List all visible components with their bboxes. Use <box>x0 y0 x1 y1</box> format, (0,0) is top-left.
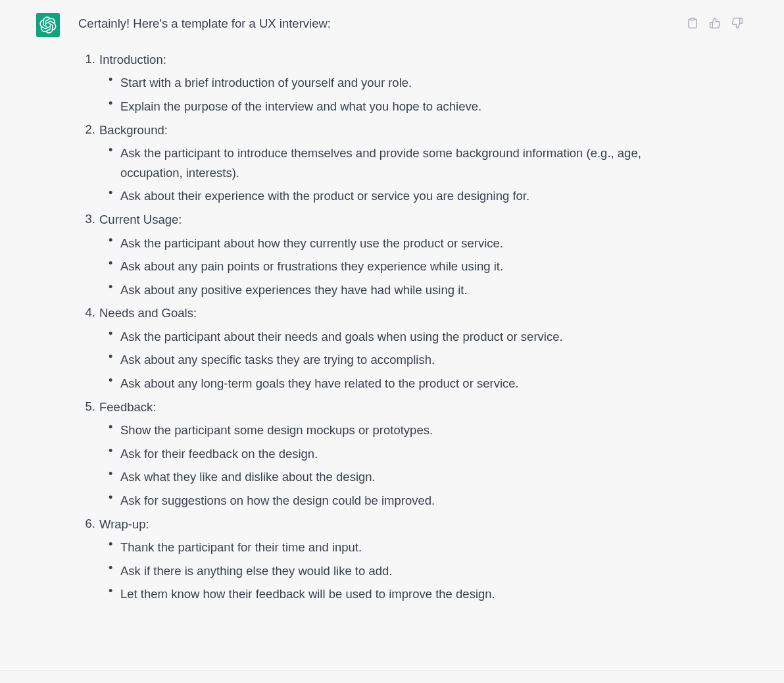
thumbs-up-button[interactable] <box>708 16 722 30</box>
list-item: Ask about any pain points or frustration… <box>99 257 667 276</box>
sub-list: Ask the participant about their needs an… <box>99 327 667 393</box>
list-item: Ask the participant about how they curre… <box>99 234 667 253</box>
list-item: Ask about any positive experiences they … <box>99 280 667 300</box>
list-item: Start with a brief introduction of yours… <box>99 73 667 93</box>
list-item: Ask what they like and dislike about the… <box>99 467 667 487</box>
section-title: Feedback: <box>99 397 667 417</box>
sub-list: Ask the participant to introduce themsel… <box>99 143 667 206</box>
list-item: Ask for suggestions on how the design co… <box>99 491 667 511</box>
template-list: Introduction:Start with a brief introduc… <box>78 50 667 604</box>
thumbs-down-icon <box>731 17 743 29</box>
list-section: Feedback:Show the participant some desig… <box>78 397 667 511</box>
svg-rect-0 <box>691 18 695 20</box>
list-section: Wrap-up:Thank the participant for their … <box>78 515 667 604</box>
list-section: Current Usage:Ask the participant about … <box>78 210 667 299</box>
section-title: Needs and Goals: <box>99 303 667 323</box>
list-section: Needs and Goals:Ask the participant abou… <box>78 303 667 393</box>
clipboard-icon <box>687 17 698 29</box>
list-item: Ask about their experience with the prod… <box>99 186 667 206</box>
list-item: Ask about any long-term goals they have … <box>99 374 667 393</box>
sub-list: Thank the participant for their time and… <box>99 538 667 604</box>
list-item: Ask about any specific tasks they are tr… <box>99 350 667 370</box>
list-item: Explain the purpose of the interview and… <box>99 97 667 116</box>
list-item: Thank the participant for their time and… <box>99 538 667 557</box>
thumbs-down-button[interactable] <box>730 16 745 30</box>
section-title: Introduction: <box>99 50 667 70</box>
message-actions <box>685 13 745 657</box>
message-content: Certainly! Here's a template for a UX in… <box>78 13 667 657</box>
list-section: Background:Ask the participant to introd… <box>78 120 667 206</box>
assistant-avatar <box>36 13 60 37</box>
list-item: Let them know how their feedback will be… <box>99 584 667 604</box>
list-section: Introduction:Start with a brief introduc… <box>78 50 667 116</box>
sub-list: Start with a brief introduction of yours… <box>99 73 667 116</box>
list-item: Show the participant some design mockups… <box>99 420 667 440</box>
sub-list: Ask the participant about how they curre… <box>99 234 667 300</box>
assistant-message: Certainly! Here's a template for a UX in… <box>0 0 784 671</box>
thumbs-up-icon <box>709 17 721 29</box>
list-item: Ask the participant to introduce themsel… <box>99 143 667 182</box>
section-title: Background: <box>99 120 667 140</box>
list-item: Ask the participant about their needs an… <box>99 327 667 347</box>
copy-button[interactable] <box>685 16 700 30</box>
section-title: Current Usage: <box>99 210 667 230</box>
list-item: Ask for their feedback on the design. <box>99 444 667 464</box>
list-item: Ask if there is anything else they would… <box>99 561 667 581</box>
section-title: Wrap-up: <box>99 515 667 534</box>
openai-logo-icon <box>39 16 57 34</box>
sub-list: Show the participant some design mockups… <box>99 420 667 510</box>
intro-text: Certainly! Here's a template for a UX in… <box>78 14 667 33</box>
